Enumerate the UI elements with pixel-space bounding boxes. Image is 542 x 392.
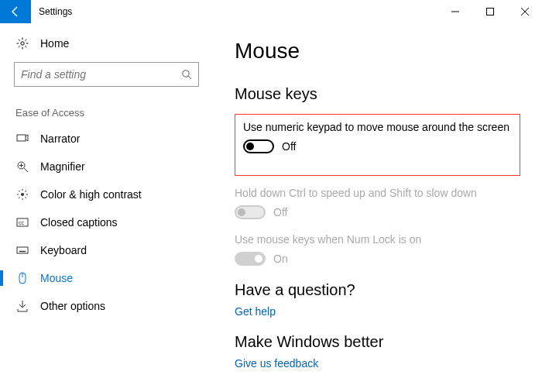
svg-line-10 [26, 46, 27, 48]
sidebar-item-label: Mouse [40, 272, 73, 284]
svg-line-11 [26, 40, 27, 41]
contrast-icon [15, 188, 29, 201]
svg-rect-1 [486, 9, 493, 15]
title-bar: Settings [0, 0, 542, 23]
sidebar-item-color[interactable]: Color & high contrast [0, 181, 213, 208]
svg-line-28 [19, 198, 20, 199]
mouse-icon [15, 272, 29, 284]
magnifier-icon [15, 160, 29, 173]
get-help-link[interactable]: Get help [235, 305, 520, 318]
titlebar-spacer [80, 0, 437, 23]
main-panel: Mouse Mouse keys Use numeric keypad to m… [213, 23, 542, 392]
highlighted-setting: Use numeric keypad to move mouse around … [235, 114, 520, 176]
toggle-ctrl-shift [235, 205, 266, 219]
sidebar-item-magnifier[interactable]: Magnifier [0, 153, 213, 181]
svg-text:cc: cc [19, 220, 25, 225]
search-input[interactable] [21, 68, 181, 81]
back-button[interactable] [0, 0, 31, 23]
group-title: Mouse keys [235, 85, 520, 103]
sidebar-item-label: Magnifier [40, 160, 85, 173]
sidebar-item-keyboard[interactable]: Keyboard [0, 236, 213, 264]
feedback-link[interactable]: Give us feedback [235, 357, 520, 370]
window-title: Settings [31, 0, 80, 23]
sidebar-item-label: Color & high contrast [40, 188, 142, 201]
narrator-icon [15, 132, 29, 145]
page-title: Mouse [235, 39, 520, 64]
toggle-state-text: Off [282, 140, 296, 153]
svg-line-26 [26, 198, 27, 199]
maximize-button[interactable] [472, 0, 507, 23]
sidebar-item-label: Other options [40, 300, 105, 312]
svg-point-13 [183, 70, 189, 77]
svg-rect-15 [17, 135, 26, 141]
toggle-numlock [235, 252, 266, 266]
sidebar-item-other[interactable]: Other options [0, 292, 213, 320]
svg-line-27 [26, 191, 27, 192]
feedback-title: Make Windows better [235, 333, 520, 351]
svg-line-9 [19, 40, 20, 41]
close-button[interactable] [507, 0, 542, 23]
svg-line-25 [19, 191, 20, 192]
svg-point-4 [21, 42, 24, 45]
cc-icon: cc [15, 216, 29, 229]
window-controls [437, 0, 542, 23]
home-label: Home [40, 37, 69, 50]
minimize-button[interactable] [437, 0, 472, 23]
svg-line-14 [188, 76, 191, 79]
sidebar-item-mouse[interactable]: Mouse [0, 264, 213, 292]
gear-icon [15, 37, 29, 50]
svg-point-20 [21, 193, 24, 196]
sidebar-item-label: Keyboard [40, 244, 87, 256]
home-nav[interactable]: Home [0, 29, 213, 57]
sidebar-item-narrator[interactable]: Narrator [0, 125, 213, 153]
toggle-mousekeys[interactable] [243, 139, 274, 153]
sidebar-item-label: Closed captions [40, 216, 118, 229]
svg-line-17 [24, 168, 28, 172]
search-icon [181, 69, 192, 80]
setting-label: Hold down Ctrl to speed up and Shift to … [235, 187, 520, 199]
section-label: Ease of Access [0, 96, 213, 125]
search-box[interactable] [14, 62, 199, 87]
toggle-state-text: Off [273, 206, 287, 218]
qa-title: Have a question? [235, 281, 520, 299]
sidebar-item-cc[interactable]: cc Closed captions [0, 208, 213, 236]
toggle-state-text: On [273, 253, 288, 265]
sidebar: Home Ease of Access Narrator Magnifier C… [0, 23, 213, 392]
setting-label: Use numeric keypad to move mouse around … [243, 121, 512, 133]
keyboard-icon [15, 244, 29, 256]
sidebar-item-label: Narrator [40, 132, 80, 145]
svg-rect-31 [17, 247, 28, 253]
other-icon [15, 300, 29, 312]
setting-label: Use mouse keys when Num Lock is on [235, 233, 520, 246]
svg-line-12 [19, 46, 20, 48]
